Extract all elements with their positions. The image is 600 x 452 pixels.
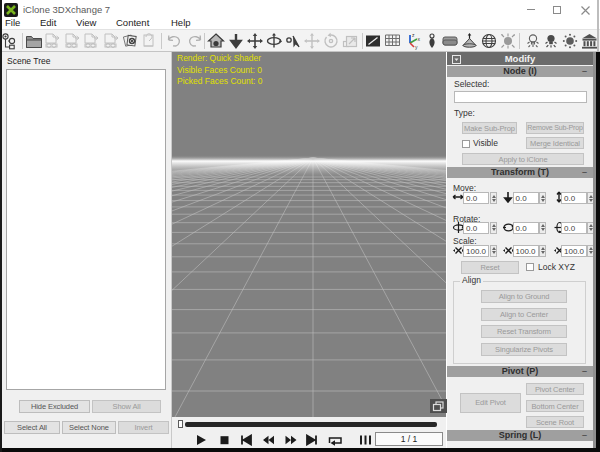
svg-text:z: z bbox=[412, 32, 415, 38]
svg-text:x: x bbox=[418, 36, 421, 42]
svg-text:y: y bbox=[415, 44, 418, 50]
